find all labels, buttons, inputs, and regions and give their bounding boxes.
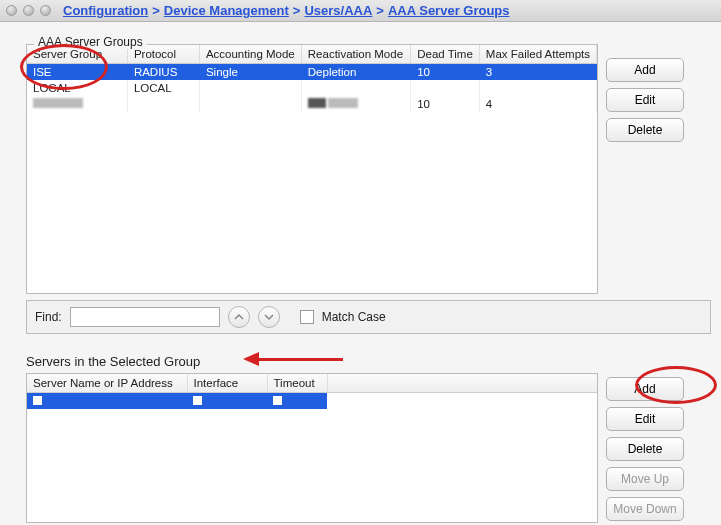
chevron-down-icon [264,312,274,322]
col-server-name[interactable]: Server Name or IP Address [27,374,187,393]
server-groups-buttons: Add Edit Delete [606,44,684,142]
cell-accounting [199,80,301,96]
cell-server-group [27,96,127,112]
col-max-failed[interactable]: Max Failed Attempts [479,45,596,64]
servers-buttons: Add Edit Delete Move Up Move Down [606,373,684,521]
cell-max: 4 [479,96,596,112]
cell-timeout [267,393,327,410]
cell-protocol: RADIUS [127,64,199,81]
zoom-icon[interactable] [40,5,51,16]
find-prev-button[interactable] [228,306,250,328]
col-accounting-mode[interactable]: Accounting Mode [199,45,301,64]
edit-button[interactable]: Edit [606,88,684,112]
section-title: AAA Server Groups [34,35,147,49]
close-icon[interactable] [6,5,17,16]
cell-dead: 10 [411,96,480,112]
add-button[interactable]: Add [606,58,684,82]
breadcrumb-aaa-server-groups[interactable]: AAA Server Groups [388,3,510,18]
cell-reactivation [301,80,410,96]
find-next-button[interactable] [258,306,280,328]
col-reactivation-mode[interactable]: Reactivation Mode [301,45,410,64]
server-groups-table[interactable]: Server Group Protocol Accounting Mode Re… [26,44,598,294]
breadcrumb-device-management[interactable]: Device Management [164,3,289,18]
add-button[interactable]: Add [606,377,684,401]
delete-button[interactable]: Delete [606,118,684,142]
cell-server-group: ISE [27,64,127,81]
cell-dead [411,80,480,96]
servers-in-group-section: Servers in the Selected Group Server Nam… [26,354,713,523]
cell-reactivation: Depletion [301,64,410,81]
col-dead-time[interactable]: Dead Time [411,45,480,64]
chevron-up-icon [234,312,244,322]
table-row[interactable] [27,393,597,410]
section-title: Servers in the Selected Group [26,354,200,369]
move-down-button[interactable]: Move Down [606,497,684,521]
cell-accounting [199,96,301,112]
find-bar: Find: Match Case [26,300,711,334]
col-timeout[interactable]: Timeout [267,374,327,393]
cell-reactivation [301,96,410,112]
breadcrumb-configuration[interactable]: Configuration [63,3,148,18]
cell-dead: 10 [411,64,480,81]
match-case-checkbox[interactable] [300,310,314,324]
move-up-button[interactable]: Move Up [606,467,684,491]
cell-protocol [127,96,199,112]
cell-max [479,80,596,96]
breadcrumb-users-aaa[interactable]: Users/AAA [304,3,372,18]
edit-button[interactable]: Edit [606,407,684,431]
match-case-label: Match Case [322,310,386,324]
servers-table[interactable]: Server Name or IP Address Interface Time… [26,373,598,523]
table-row[interactable]: LOCAL LOCAL [27,80,597,96]
window-titlebar: Configuration > Device Management > User… [0,0,721,22]
aaa-server-groups-section: AAA Server Groups Server Group Protocol … [26,44,713,294]
table-row[interactable]: ISE RADIUS Single Depletion 10 3 [27,64,597,81]
find-label: Find: [35,310,62,324]
cell-max: 3 [479,64,596,81]
col-interface[interactable]: Interface [187,374,267,393]
cell-interface [187,393,267,410]
cell-accounting: Single [199,64,301,81]
minimize-icon[interactable] [23,5,34,16]
find-input[interactable] [70,307,220,327]
breadcrumb-sep: > [293,3,301,18]
breadcrumb: Configuration > Device Management > User… [57,3,510,18]
breadcrumb-sep: > [376,3,384,18]
table-row[interactable]: 10 4 [27,96,597,112]
cell-server-group: LOCAL [27,80,127,96]
delete-button[interactable]: Delete [606,437,684,461]
cell-protocol: LOCAL [127,80,199,96]
breadcrumb-sep: > [152,3,160,18]
cell-server-name [27,393,187,410]
